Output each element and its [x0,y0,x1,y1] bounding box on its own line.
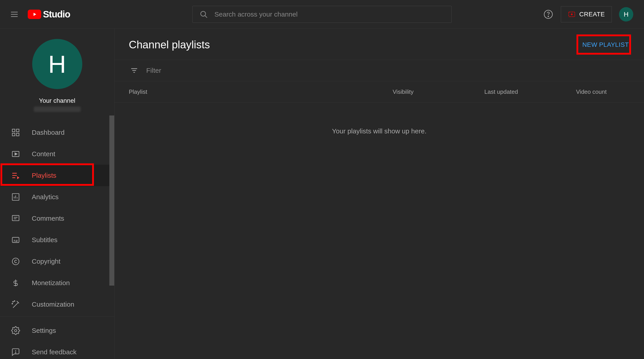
nav-dashboard[interactable]: Dashboard [0,122,114,143]
nav-label: Send feedback [32,348,76,356]
search-container [192,6,452,23]
svg-rect-12 [16,129,19,132]
youtube-play-icon [28,10,41,19]
comments-icon [11,214,20,223]
sidebar-scrollbar-thumb[interactable] [109,116,114,286]
nav-settings[interactable]: Settings [0,320,114,341]
create-icon [568,10,576,18]
filter-icon [130,66,139,75]
create-button-label: CREATE [580,11,605,18]
help-button[interactable] [543,9,554,20]
nav-customization[interactable]: Customization [0,294,114,315]
playlists-icon [11,171,20,180]
column-header-playlist[interactable]: Playlist [129,88,393,95]
copyright-icon [11,257,20,266]
nav-feedback[interactable]: Send feedback [0,341,114,359]
channel-label: Your channel [39,97,75,104]
nav-label: Customization [32,300,74,308]
svg-point-7 [548,16,548,17]
svg-rect-25 [12,216,19,221]
svg-point-33 [12,258,19,265]
nav-content[interactable]: Content [0,143,114,165]
svg-rect-14 [16,133,19,136]
create-button[interactable]: CREATE [561,6,612,22]
svg-marker-20 [17,176,20,179]
nav-label: Settings [32,327,56,334]
nav-label: Analytics [32,193,58,201]
nav-label: Comments [32,215,64,222]
studio-logo[interactable]: Studio [28,9,70,20]
logo-text: Studio [43,9,70,20]
analytics-icon [11,192,20,201]
page-header: Channel playlists NEW PLAYLIST [114,29,644,60]
help-icon [544,10,553,19]
sidebar-footer-nav: Settings Send feedback [0,317,114,359]
nav-label: Playlists [32,172,56,179]
column-header-updated[interactable]: Last updated [484,88,576,95]
sidebar-nav: Dashboard Content Playlists Analytics Co… [0,119,114,315]
nav-analytics[interactable]: Analytics [0,186,114,208]
filter-icon-button[interactable] [129,65,140,76]
svg-marker-16 [15,153,17,155]
dashboard-icon [11,128,20,137]
nav-label: Monetization [32,279,70,287]
search-icon [199,10,208,19]
monetization-icon [11,278,20,287]
table-header-row: Playlist Visibility Last updated Video c… [114,81,644,103]
empty-state-message: Your playlists will show up here. [114,103,644,135]
content-icon [11,150,20,158]
search-input[interactable] [214,11,445,18]
nav-subtitles[interactable]: Subtitles [0,229,114,251]
customization-icon [11,300,20,309]
svg-marker-3 [34,13,36,16]
column-header-count[interactable]: Video count [576,88,630,95]
app-header: Studio CREATE H [0,0,644,29]
filter-input[interactable] [146,67,630,74]
hamburger-menu-button[interactable] [9,9,20,20]
nav-label: Content [32,150,55,158]
main-content: Channel playlists NEW PLAYLIST Playlist … [114,29,644,359]
nav-comments[interactable]: Comments [0,208,114,229]
nav-copyright[interactable]: Copyright [0,251,114,272]
nav-monetization[interactable]: Monetization [0,272,114,294]
nav-label: Dashboard [32,129,64,136]
feedback-icon [11,347,20,356]
account-avatar[interactable]: H [619,7,633,22]
hamburger-icon [10,10,19,19]
nav-label: Copyright [32,258,60,265]
header-actions: CREATE H [543,6,634,22]
svg-rect-28 [12,237,19,242]
channel-avatar[interactable]: H [32,39,82,89]
settings-icon [11,326,20,335]
svg-line-5 [205,16,207,18]
nav-label: Subtitles [32,236,58,244]
subtitles-icon [11,235,20,244]
svg-point-35 [14,300,15,301]
svg-point-34 [13,301,14,302]
svg-rect-11 [12,129,15,132]
nav-playlists[interactable]: Playlists [0,165,114,186]
search-box[interactable] [192,6,452,23]
channel-info: H Your channel [0,29,114,119]
column-header-visibility[interactable]: Visibility [393,88,484,95]
channel-name-blurred [34,107,81,112]
sidebar: H Your channel Dashboard Content Playlis… [0,29,114,359]
page-title: Channel playlists [129,39,210,51]
filter-bar [114,60,644,81]
svg-point-37 [14,329,17,332]
svg-point-36 [12,303,12,304]
new-playlist-button[interactable]: NEW PLAYLIST [582,39,630,51]
svg-point-4 [201,11,206,16]
svg-point-39 [16,352,16,353]
svg-rect-13 [12,133,15,136]
